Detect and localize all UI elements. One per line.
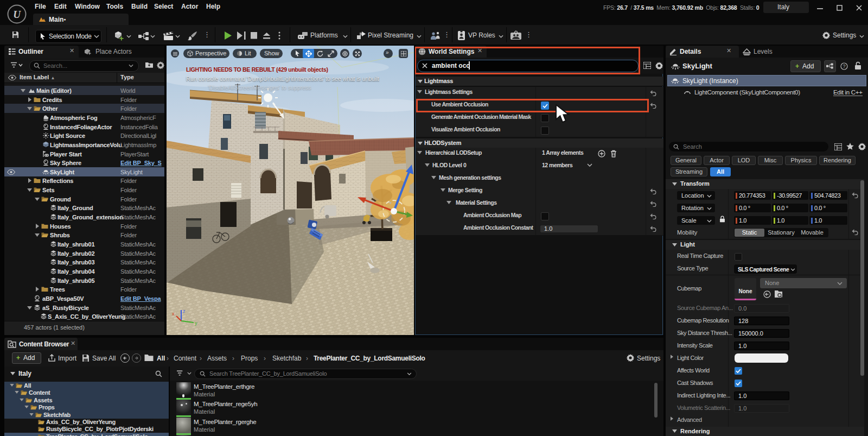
- svg-text:y: y: [195, 320, 197, 326]
- svg-text:x: x: [172, 311, 175, 317]
- svg-text:U: U: [13, 9, 21, 20]
- svg-text:z: z: [183, 308, 186, 314]
- svg-text:?: ?: [843, 64, 845, 69]
